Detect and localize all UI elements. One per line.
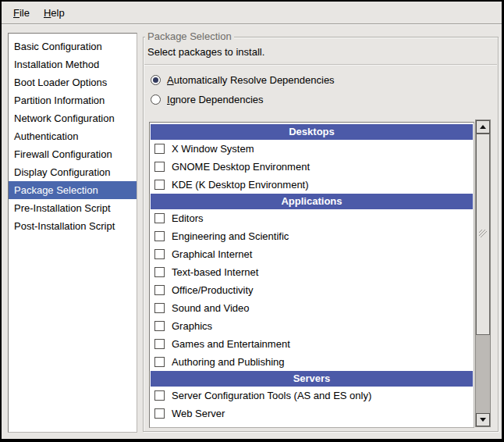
package-row-x-window-system[interactable]: X Window System <box>150 140 474 158</box>
menu-help[interactable]: Help <box>37 4 72 22</box>
sidebar-item-network-configuration[interactable]: Network Configuration <box>9 109 137 127</box>
package-row-text-based-internet[interactable]: Text-based Internet <box>150 263 474 281</box>
package-label: X Window System <box>172 143 254 155</box>
arrow-down-icon <box>480 418 486 422</box>
checkbox[interactable] <box>154 267 165 277</box>
checkbox[interactable] <box>154 321 165 331</box>
package-row-editors[interactable]: Editors <box>150 209 474 227</box>
package-label: KDE (K Desktop Environment) <box>172 179 309 191</box>
sidebar-item-display-configuration[interactable]: Display Configuration <box>9 163 137 181</box>
sidebar-item-boot-loader-options[interactable]: Boot Loader Options <box>9 73 137 91</box>
checkbox[interactable] <box>154 180 165 190</box>
package-label: Text-based Internet <box>172 266 258 278</box>
sidebar-item-partition-information[interactable]: Partition Information <box>9 91 137 109</box>
sidebar-item-basic-configuration[interactable]: Basic Configuration <box>9 37 137 55</box>
package-row-sound-and-video[interactable]: Sound and Video <box>150 299 474 317</box>
checkbox[interactable] <box>154 285 165 295</box>
package-row-server-config-tools[interactable]: Server Configuration Tools (AS and ES on… <box>150 387 474 405</box>
package-label: Authoring and Publishing <box>172 356 285 368</box>
checkbox[interactable] <box>154 162 165 172</box>
package-row-gnome-desktop[interactable]: GNOME Desktop Environment <box>150 158 474 176</box>
section-header-applications[interactable]: Applications <box>151 194 473 209</box>
package-label: Graphics <box>172 320 212 332</box>
sidebar-item-post-installation-script[interactable]: Post-Installation Script <box>9 217 137 235</box>
radio-label: Ignore Dependencies <box>167 94 264 105</box>
radio-resolve-dependencies[interactable]: Automatically Resolve Dependencies <box>151 72 335 87</box>
package-label: Office/Productivity <box>172 284 254 296</box>
package-label: Graphical Internet <box>172 248 252 260</box>
package-list: Desktops X Window System GNOME Desktop E… <box>149 122 474 428</box>
package-label: Server Configuration Tools (AS and ES on… <box>172 390 371 401</box>
package-selection-frame: Package Selection Select packages to ins… <box>143 37 499 432</box>
package-label: Engineering and Scientific <box>172 230 289 242</box>
menu-bar: File Help <box>2 2 502 24</box>
scroll-up-button[interactable] <box>476 120 490 134</box>
scrollbar-thumb[interactable] <box>476 134 490 335</box>
package-list-scrollbar[interactable] <box>475 119 491 427</box>
section-header-servers[interactable]: Servers <box>151 371 473 387</box>
radio-ignore-dependencies[interactable]: Ignore Dependencies <box>151 91 264 107</box>
instruction-text: Select packages to install. <box>147 46 264 58</box>
package-label: Editors <box>172 212 203 224</box>
radio-label: Automatically Resolve Dependencies <box>167 74 335 86</box>
package-label: Web Server <box>172 408 225 419</box>
separator <box>144 64 497 65</box>
kickstart-configurator-window: File Help Basic Configuration Installati… <box>0 0 504 442</box>
checkbox[interactable] <box>154 408 165 419</box>
checkbox[interactable] <box>154 303 165 313</box>
radio-button-icon[interactable] <box>151 75 161 85</box>
package-row-kde-desktop[interactable]: KDE (K Desktop Environment) <box>150 176 474 194</box>
section-list: Basic Configuration Installation Method … <box>8 33 137 433</box>
checkbox[interactable] <box>154 144 165 154</box>
checkbox[interactable] <box>154 357 165 367</box>
checkbox[interactable] <box>154 249 165 259</box>
package-label: Games and Entertainment <box>172 338 290 350</box>
package-row-authoring-publishing[interactable]: Authoring and Publishing <box>150 353 474 371</box>
package-row-engineering-scientific[interactable]: Engineering and Scientific <box>150 227 474 245</box>
frame-title: Package Selection <box>145 30 234 42</box>
package-row-web-server[interactable]: Web Server <box>150 405 474 422</box>
scroll-down-button[interactable] <box>476 413 490 426</box>
package-row-graphical-internet[interactable]: Graphical Internet <box>150 245 474 263</box>
thumb-grip-icon <box>478 229 488 240</box>
package-row-office-productivity[interactable]: Office/Productivity <box>150 281 474 299</box>
menu-file[interactable]: File <box>6 4 37 22</box>
checkbox[interactable] <box>154 213 165 223</box>
section-header-desktops[interactable]: Desktops <box>151 124 473 140</box>
package-row-graphics[interactable]: Graphics <box>150 317 474 335</box>
sidebar-item-authentication[interactable]: Authentication <box>9 127 137 145</box>
checkbox[interactable] <box>154 339 165 349</box>
radio-button-icon[interactable] <box>151 94 161 105</box>
sidebar-item-firewall-configuration[interactable]: Firewall Configuration <box>9 145 137 163</box>
arrow-up-icon <box>480 125 486 129</box>
package-label: GNOME Desktop Environment <box>172 161 310 173</box>
sidebar-item-package-selection[interactable]: Package Selection <box>9 181 137 199</box>
sidebar-item-pre-installation-script[interactable]: Pre-Installation Script <box>9 199 137 217</box>
checkbox[interactable] <box>154 390 165 401</box>
sidebar-item-installation-method[interactable]: Installation Method <box>9 55 137 73</box>
checkbox[interactable] <box>154 231 165 241</box>
package-row-games-entertainment[interactable]: Games and Entertainment <box>150 335 474 353</box>
package-label: Sound and Video <box>172 302 250 314</box>
